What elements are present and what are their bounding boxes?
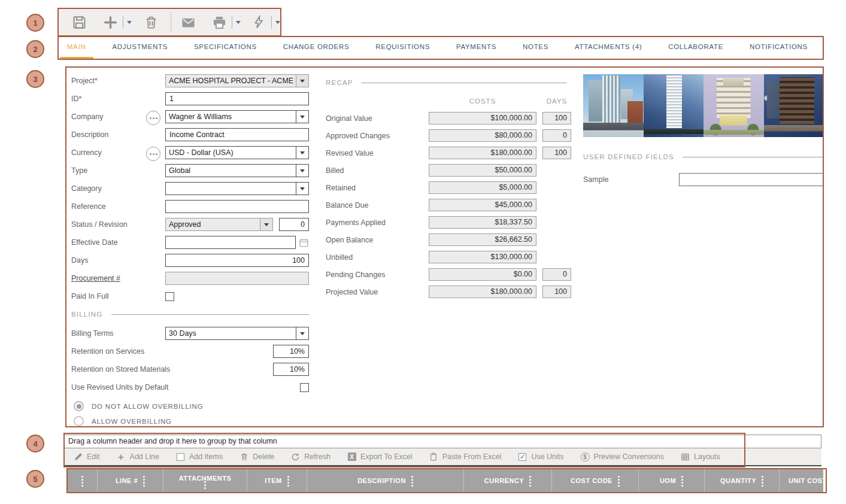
column-menu-icon[interactable] — [204, 481, 206, 483]
company-label: Company — [71, 113, 165, 121]
project-photo-4[interactable] — [764, 74, 824, 137]
days-label: Days — [71, 256, 165, 265]
column-menu-icon[interactable] — [287, 479, 289, 481]
tab-requisitions[interactable]: REQUISITIONS — [368, 37, 437, 59]
grid-header-uom[interactable]: UOM — [639, 469, 705, 492]
allow-overbilling-radio[interactable] — [74, 416, 84, 426]
app-window: MAIN ADJUSTMENTS SPECIFICATIONS CHANGE O… — [0, 0, 846, 504]
tab-change-orders[interactable]: CHANGE ORDERS — [276, 37, 357, 59]
revision-field[interactable] — [279, 218, 309, 231]
grid-header-line-number[interactable]: LINE # — [98, 469, 163, 492]
use-revised-units-checkbox[interactable] — [300, 383, 309, 392]
tab-attachments[interactable]: ATTACHMENTS (4) — [568, 37, 649, 59]
recap-row: Payments Applied $18,337.50 — [326, 216, 566, 229]
paid-in-full-checkbox[interactable] — [165, 292, 174, 301]
tab-adjustments[interactable]: ADJUSTMENTS — [105, 37, 175, 59]
grid-header-description[interactable]: DESCRIPTION — [307, 469, 464, 492]
recap-row: Balance Due $45,000.00 — [326, 199, 566, 211]
add-icon[interactable] — [101, 13, 119, 31]
currency-select[interactable]: USD - Dollar (USA) — [165, 146, 309, 159]
tab-main[interactable]: MAIN — [60, 37, 93, 59]
export-to-excel-button[interactable]: X Export To Excel — [347, 453, 413, 462]
retention-materials-field[interactable] — [273, 363, 309, 376]
grid-header-menu[interactable] — [68, 469, 98, 492]
edit-button[interactable]: Edit — [74, 453, 100, 462]
recap-row: Unbilled $130,000.00 — [326, 251, 566, 263]
recap-days-value: 100 — [542, 112, 571, 125]
paste-from-excel-button[interactable]: Paste From Excel — [429, 453, 502, 462]
email-icon[interactable] — [180, 13, 197, 31]
currency-lookup-icon[interactable] — [146, 147, 160, 161]
save-icon[interactable] — [71, 13, 88, 31]
project-photo-1[interactable] — [583, 74, 644, 137]
delete-line-button[interactable]: Delete — [239, 453, 274, 462]
company-select[interactable]: Wagner & Williams — [165, 110, 309, 123]
grid-header-unit-cost[interactable]: UNIT COST — [780, 469, 823, 492]
type-select[interactable]: Global — [165, 164, 309, 177]
chevron-down-icon[interactable] — [296, 327, 308, 339]
column-menu-icon[interactable] — [411, 479, 413, 481]
recap-cost-value: $180,000.00 — [429, 286, 536, 298]
column-menu-icon[interactable] — [81, 479, 83, 481]
recap-cost-value: $45,000.00 — [429, 199, 536, 211]
project-photo-2[interactable] — [644, 74, 704, 137]
id-field[interactable] — [165, 92, 309, 105]
effective-date-field[interactable] — [165, 236, 296, 249]
actions-dropdown-caret[interactable] — [271, 16, 280, 29]
category-select[interactable] — [165, 182, 309, 195]
retention-services-field[interactable] — [273, 345, 309, 358]
preview-conversions-button[interactable]: $ Preview Conversions — [581, 453, 664, 462]
recap-costs-header: COSTS — [429, 98, 536, 105]
add-line-button[interactable]: + Add Line — [117, 453, 159, 462]
chevron-down-icon[interactable] — [296, 165, 308, 177]
column-menu-icon[interactable] — [618, 479, 620, 481]
grid-header-currency[interactable]: CURRENCY — [464, 469, 552, 492]
sample-field[interactable] — [679, 173, 824, 186]
chevron-down-icon[interactable] — [296, 111, 308, 123]
recap-row: Revised Value $180,000.00 100 — [326, 147, 566, 159]
description-field[interactable] — [165, 128, 309, 141]
status-select[interactable]: Approved — [165, 218, 273, 231]
grid-header-item[interactable]: ITEM — [247, 469, 307, 492]
reference-field[interactable] — [165, 200, 309, 213]
udf-section-title: USER DEFINED FIELDS — [583, 153, 674, 160]
refresh-button[interactable]: Refresh — [291, 453, 330, 462]
days-field[interactable] — [165, 254, 309, 267]
tab-notifications[interactable]: NOTIFICATIONS — [742, 37, 815, 59]
grid-header-quantity[interactable]: QUANTITY — [705, 469, 780, 492]
add-items-button[interactable]: Add Items — [176, 453, 223, 462]
calendar-icon[interactable] — [299, 238, 309, 248]
column-menu-icon[interactable] — [529, 479, 531, 481]
right-column: USER DEFINED FIELDS Sample — [583, 74, 824, 186]
column-menu-icon[interactable] — [143, 479, 145, 481]
recap-cost-value: $180,000.00 — [429, 147, 536, 159]
grid-header-cost-code[interactable]: COST CODE — [552, 469, 639, 492]
tab-collaborate[interactable]: COLLABORATE — [661, 37, 730, 59]
billing-terms-select[interactable]: 30 Days — [165, 327, 309, 340]
chevron-down-icon[interactable] — [260, 218, 272, 230]
chevron-down-icon[interactable] — [296, 183, 308, 195]
project-photo-3[interactable] — [704, 74, 764, 137]
actions-icon[interactable] — [250, 13, 268, 31]
group-by-drop-zone[interactable]: Drag a column header and drop it here to… — [64, 435, 821, 448]
print-dropdown-caret[interactable] — [232, 16, 241, 29]
add-dropdown-caret[interactable] — [123, 16, 132, 29]
layouts-button[interactable]: Layouts — [681, 453, 720, 462]
recap-row: Open Balance $26,662.50 — [326, 233, 566, 246]
tab-specifications[interactable]: SPECIFICATIONS — [187, 37, 264, 59]
print-icon[interactable] — [210, 13, 228, 31]
tab-notes[interactable]: NOTES — [516, 37, 556, 59]
project-select[interactable]: ACME HOSPITAL PROJECT - ACME HO — [165, 74, 309, 87]
recap-cost-value: $80,000.00 — [429, 129, 536, 142]
company-lookup-icon[interactable] — [146, 111, 160, 125]
grid-header-attachments[interactable]: ATTACHMENTS — [163, 469, 247, 492]
delete-icon[interactable] — [142, 13, 160, 31]
chevron-down-icon[interactable] — [296, 75, 308, 87]
chevron-down-icon[interactable] — [296, 147, 308, 159]
column-menu-icon[interactable] — [681, 479, 683, 481]
column-menu-icon[interactable] — [762, 479, 763, 481]
procurement-link[interactable]: Procurement # — [71, 274, 165, 283]
do-not-allow-overbilling-radio[interactable] — [74, 401, 84, 411]
tab-payments[interactable]: PAYMENTS — [449, 37, 504, 59]
use-units-toggle[interactable]: ✓ Use Units — [518, 453, 563, 462]
